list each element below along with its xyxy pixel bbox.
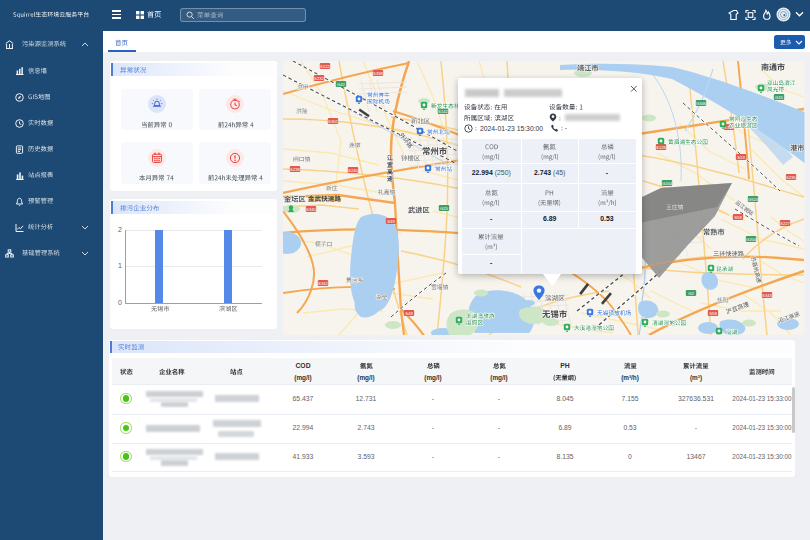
svg-text:G2: G2	[688, 291, 694, 296]
svg-text:S342: S342	[318, 281, 328, 286]
svg-text:G204: G204	[662, 181, 673, 186]
svg-text:S19: S19	[737, 155, 745, 160]
svg-text:S302: S302	[328, 119, 338, 124]
svg-text:S340: S340	[306, 207, 316, 212]
svg-text:S232: S232	[314, 76, 324, 81]
svg-text:S58: S58	[709, 311, 717, 316]
svg-text:S235: S235	[786, 175, 796, 180]
svg-text:G524: G524	[748, 197, 759, 202]
svg-text:S227: S227	[780, 221, 790, 226]
svg-text:G25: G25	[440, 206, 449, 211]
svg-text:S338: S338	[373, 71, 383, 76]
svg-text:S343: S343	[762, 293, 772, 298]
svg-text:S122: S122	[320, 64, 330, 69]
svg-text:S142: S142	[438, 109, 448, 114]
svg-text:S238: S238	[290, 167, 300, 172]
svg-text:S39: S39	[387, 219, 395, 224]
svg-text:G204: G204	[746, 237, 757, 242]
svg-text:S240: S240	[348, 168, 358, 173]
svg-text:G15: G15	[775, 95, 784, 100]
svg-text:G42: G42	[337, 82, 346, 87]
svg-text:S48: S48	[405, 311, 413, 316]
svg-text:S58: S58	[734, 215, 742, 220]
svg-text:G346: G346	[696, 101, 707, 106]
